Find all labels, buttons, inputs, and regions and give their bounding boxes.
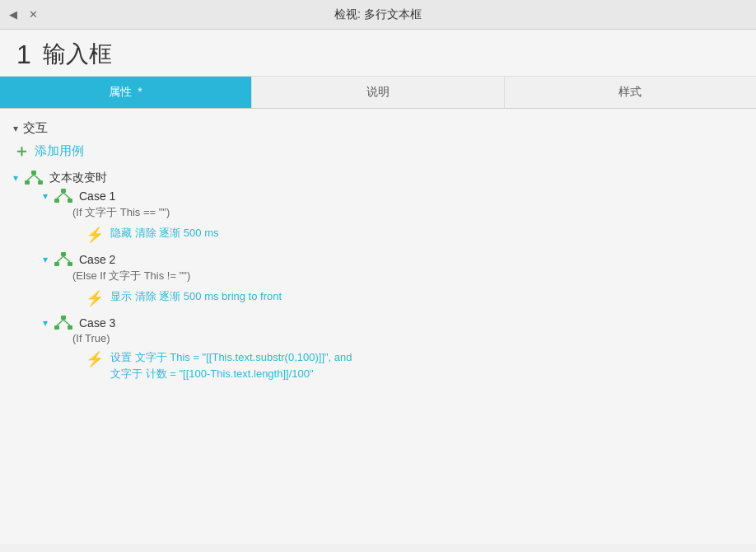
case-condition-3: (If True) [72,332,743,344]
svg-rect-6 [54,199,59,203]
title-bar-controls: ◀ ✕ [7,8,40,21]
svg-rect-1 [25,180,30,185]
action-text-2: 显示 清除 逐渐 500 ms bring to front [110,288,282,305]
bolt-icon: ⚡ [86,289,104,307]
event-name: 文本改变时 [49,171,107,185]
action-text-1: 隐藏 清除 逐渐 500 ms [110,225,218,241]
case-icon-1 [54,189,72,203]
tab-bar: 属性 * 说明 样式 [0,77,756,109]
svg-rect-15 [61,316,66,320]
svg-rect-12 [68,262,72,266]
case-icon-3 [54,316,72,330]
svg-line-4 [34,175,40,180]
event-block-text-change: ▾ 文本改变时 ▾ [13,171,743,381]
chevron-down-icon: ▾ [43,317,48,329]
add-usecase-label[interactable]: 添加用例 [35,143,84,159]
page-header: 1 输入框 [0,30,756,77]
case-row-3: ▾ Case 3 [43,316,743,330]
svg-line-14 [63,256,70,262]
case-condition-2: (Else If 文字于 This != "") [72,269,743,283]
event-icon [25,171,43,185]
page-title: 输入框 [43,43,112,66]
action-text-3: 设置 文字于 This = "[[This.text.substr(0,100)… [110,349,352,381]
section-label: 交互 [23,120,48,136]
case-condition-1: (If 文字于 This == "") [72,205,743,220]
svg-rect-11 [54,262,59,266]
window-title: 检视: 多行文本框 [334,7,422,22]
case-block-3: ▾ Case 3 (If True) ⚡ 设置 文字于 This = "[[Th [43,316,743,381]
event-row: ▾ 文本改变时 [13,171,743,185]
svg-rect-2 [38,180,43,185]
tab-description[interactable]: 说明 [252,77,504,108]
svg-line-8 [57,193,63,199]
chevron-down-icon: ▾ [13,172,18,184]
case-icon-2 [54,252,72,267]
svg-rect-10 [61,252,66,256]
add-usecase-row[interactable]: ＋ 添加用例 [13,143,743,159]
svg-rect-5 [61,189,66,193]
case-row-2: ▾ Case 2 [43,252,743,267]
case-name-2: Case 2 [79,253,115,266]
case-row-1: ▾ Case 1 [43,189,743,203]
svg-line-3 [27,175,34,180]
action-row-1: ⚡ 隐藏 清除 逐渐 500 ms [86,225,743,244]
action-row-2: ⚡ 显示 清除 逐渐 500 ms bring to front [86,288,743,307]
bolt-icon: ⚡ [86,226,104,244]
case-block-1: ▾ Case 1 (If 文字于 This == "") ⚡ 隐藏 清除 逐渐 … [43,189,743,244]
bolt-icon: ⚡ [86,350,104,368]
back-button[interactable]: ◀ [7,8,20,21]
case-name-1: Case 1 [79,189,115,203]
close-button[interactable]: ✕ [26,8,40,21]
case-name-3: Case 3 [79,316,115,330]
page-number: 1 [16,41,31,68]
title-bar: ◀ ✕ 检视: 多行文本框 [0,0,756,30]
section-heading-interaction: ▾ 交互 [13,120,743,136]
svg-line-18 [57,320,63,325]
content-area: ▾ 交互 ＋ 添加用例 ▾ 文本改变时 ▾ [0,109,756,544]
svg-rect-17 [68,325,72,330]
chevron-down-icon: ▾ [13,123,18,134]
plus-icon: ＋ [13,143,30,159]
svg-rect-7 [68,199,72,203]
svg-line-9 [63,193,70,199]
svg-line-19 [63,320,70,325]
tab-style[interactable]: 样式 [505,77,756,108]
case-block-2: ▾ Case 2 (Else If 文字于 This != "") ⚡ 显示 清… [43,252,743,307]
chevron-down-icon: ▾ [43,190,48,202]
svg-rect-16 [54,325,59,330]
tab-properties[interactable]: 属性 * [0,77,252,108]
svg-line-13 [57,256,63,262]
chevron-down-icon: ▾ [43,254,48,265]
action-row-3: ⚡ 设置 文字于 This = "[[This.text.substr(0,10… [86,349,743,381]
svg-rect-0 [31,171,36,175]
